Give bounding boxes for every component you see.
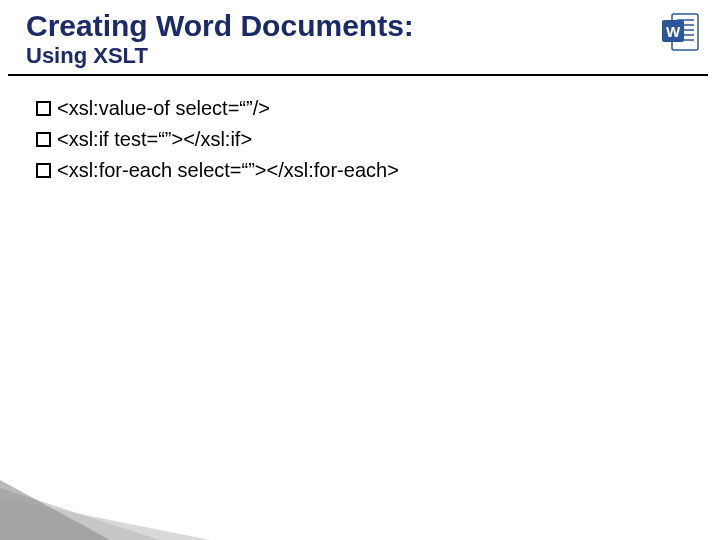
slide-body: <xsl:value-of select=“”/> <xsl:if test=“… xyxy=(0,76,720,185)
bullet-text: <xsl:if test=“”></xsl:if> xyxy=(57,125,252,154)
svg-text:W: W xyxy=(666,23,681,40)
slide-header: Creating Word Documents: Using XSLT xyxy=(8,0,708,76)
svg-marker-8 xyxy=(0,498,210,540)
word-app-icon: W xyxy=(658,10,702,54)
slide-subtitle: Using XSLT xyxy=(26,44,690,68)
list-item: <xsl:for-each select=“”></xsl:for-each> xyxy=(36,156,696,185)
corner-accent xyxy=(0,480,210,540)
slide: W Creating Word Documents: Using XSLT <x… xyxy=(0,0,720,540)
svg-marker-10 xyxy=(0,480,110,540)
list-item: <xsl:value-of select=“”/> xyxy=(36,94,696,123)
svg-marker-9 xyxy=(0,488,160,540)
list-item: <xsl:if test=“”></xsl:if> xyxy=(36,125,696,154)
bullet-text: <xsl:value-of select=“”/> xyxy=(57,94,270,123)
bullet-icon xyxy=(36,132,51,147)
bullet-text: <xsl:for-each select=“”></xsl:for-each> xyxy=(57,156,399,185)
bullet-icon xyxy=(36,101,51,116)
bullet-icon xyxy=(36,163,51,178)
slide-title: Creating Word Documents: xyxy=(26,10,690,42)
